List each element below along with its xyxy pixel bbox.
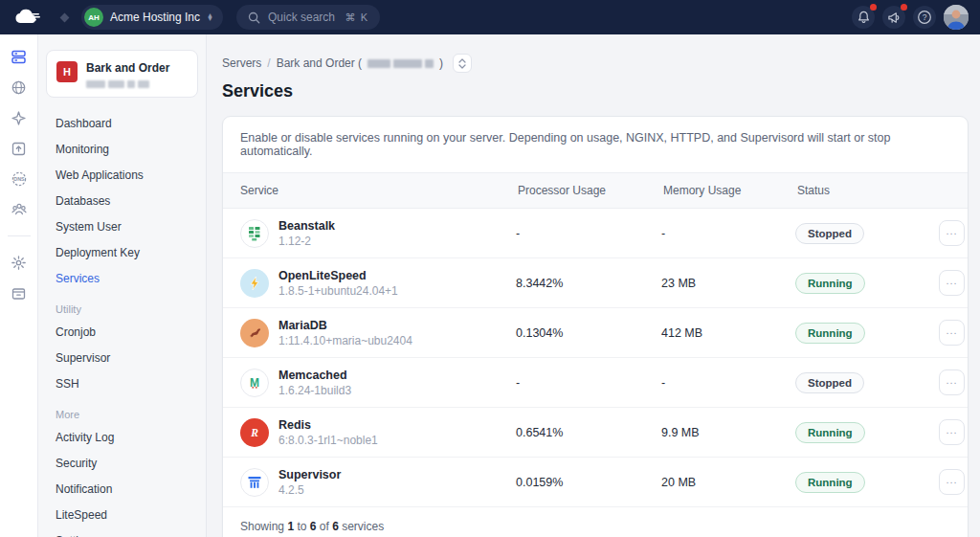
- footer-to: 6: [310, 520, 317, 533]
- col-service: Service: [238, 184, 516, 197]
- rail-servers-icon[interactable]: [11, 48, 28, 65]
- rail-divider: [8, 235, 31, 236]
- footer-from: 1: [287, 520, 294, 533]
- status-badge: Running: [795, 273, 865, 294]
- sidebar-item-cronjob[interactable]: Cronjob: [46, 320, 198, 345]
- rail-archive-icon[interactable]: [11, 284, 28, 302]
- rail-team-icon[interactable]: [11, 201, 28, 218]
- sidebar-item-settings[interactable]: Settings: [46, 528, 198, 537]
- table-row: MariaDB 1:11.4.10+maria~ubu24040.1304%41…: [223, 308, 968, 358]
- announcement-dot: [901, 4, 907, 11]
- service-name: Redis: [278, 418, 378, 432]
- server-switcher-button[interactable]: [453, 54, 472, 73]
- supervisor-icon: [240, 468, 269, 497]
- status-badge: Stopped: [795, 372, 864, 393]
- rail-spark-icon[interactable]: [11, 109, 28, 126]
- processor-usage: 0.0159%: [516, 476, 661, 489]
- sidebar-item-ssh[interactable]: SSH: [46, 371, 198, 396]
- service-version: 6:8.0.3-1rl1~noble1: [278, 434, 378, 447]
- sidebar-item-supervisor[interactable]: Supervisor: [46, 346, 198, 370]
- app-shell: DNS H Bark and Order DashboardMonitoring…: [0, 34, 980, 537]
- footer-text: Showing: [240, 520, 284, 533]
- breadcrumb-separator: /: [267, 56, 270, 70]
- service-cell: M Memcached 1.6.24-1build3: [238, 369, 516, 397]
- breadcrumb-servers[interactable]: Servers: [222, 56, 261, 70]
- sidebar-item-notification[interactable]: Notification: [46, 477, 198, 502]
- row-actions-button[interactable]: ...: [939, 469, 965, 495]
- status-badge: Stopped: [795, 223, 864, 244]
- icon-rail: DNS: [0, 34, 38, 537]
- sidebar-item-monitoring[interactable]: Monitoring: [46, 137, 198, 162]
- sidebar: H Bark and Order DashboardMonitoringWeb …: [38, 34, 207, 537]
- rail-dns-icon[interactable]: DNS: [11, 170, 28, 188]
- memcached-icon: M: [240, 369, 269, 397]
- status-badge: Running: [795, 422, 865, 443]
- server-ip-redacted: [86, 80, 169, 88]
- sidebar-item-databases[interactable]: Databases: [46, 189, 198, 213]
- memory-usage: 20 MB: [661, 476, 795, 489]
- breadcrumb-current[interactable]: Bark and Order (: [277, 56, 362, 70]
- server-card[interactable]: H Bark and Order: [46, 50, 198, 98]
- row-actions-button[interactable]: ...: [939, 270, 965, 296]
- org-switcher[interactable]: AH Acme Hosting Inc ▲▼: [81, 5, 223, 30]
- memory-usage: 9.9 MB: [661, 426, 795, 439]
- service-cell: Supervisor 4.2.5: [238, 468, 516, 497]
- table-row: RRedis 6:8.0.3-1rl1~noble10.6541%9.9 MBR…: [223, 408, 968, 458]
- sidebar-item-web-applications[interactable]: Web Applications: [46, 163, 198, 188]
- table-header: Service Processor Usage Memory Usage Sta…: [223, 173, 968, 209]
- table-body: Beanstalk 1.12-2--Stopped... OpenLiteSpe…: [223, 209, 968, 507]
- service-name: OpenLiteSpeed: [278, 269, 398, 282]
- quick-search-input[interactable]: Quick search ⌘ K: [236, 5, 380, 30]
- table-row: Supervisor 4.2.50.0159%20 MBRunning...: [223, 458, 968, 507]
- service-version: 1.8.5-1+ubuntu24.04+1: [278, 284, 398, 298]
- sidebar-item-deployment-key[interactable]: Deployment Key: [46, 240, 198, 265]
- processor-usage: 0.6541%: [516, 426, 661, 439]
- row-actions-button[interactable]: ...: [939, 419, 965, 445]
- openlitespeed-icon: [240, 269, 269, 298]
- service-version: 1:11.4.10+maria~ubu2404: [278, 334, 412, 347]
- memory-usage: 412 MB: [661, 326, 795, 340]
- nav-section-more: More: [46, 397, 198, 425]
- col-processor: Processor Usage: [516, 184, 661, 197]
- row-actions-button[interactable]: ...: [939, 320, 965, 346]
- service-version: 1.6.24-1build3: [278, 384, 351, 397]
- redis-icon: R: [240, 418, 269, 447]
- breadcrumb: Servers / Bark and Order ( ): [222, 54, 969, 73]
- user-avatar[interactable]: [944, 5, 969, 30]
- rail-web-icon[interactable]: [11, 78, 28, 96]
- cloud-logo-icon[interactable]: [11, 7, 44, 28]
- sidebar-item-system-user[interactable]: System User: [46, 214, 198, 239]
- rail-settings-icon[interactable]: [11, 254, 28, 271]
- sidebar-item-security[interactable]: Security: [46, 451, 198, 476]
- sidebar-item-litespeed[interactable]: LiteSpeed: [46, 503, 198, 527]
- service-cell: RRedis 6:8.0.3-1rl1~noble1: [238, 418, 516, 447]
- beanstalk-icon: [240, 219, 269, 248]
- announcements-button[interactable]: [882, 6, 905, 29]
- service-version: 4.2.5: [278, 483, 341, 497]
- help-icon: ?: [917, 10, 932, 25]
- bell-icon: [858, 11, 870, 24]
- row-actions-button[interactable]: ...: [939, 369, 965, 395]
- breadcrumb-ip-redacted: [368, 59, 434, 68]
- diamond-separator-icon: [60, 12, 70, 22]
- search-icon: [248, 11, 260, 24]
- service-name: Memcached: [278, 369, 351, 382]
- service-name: Beanstalk: [278, 219, 335, 233]
- mariadb-icon: [240, 319, 269, 347]
- rail-deploy-icon[interactable]: [11, 140, 28, 157]
- org-name: Acme Hosting Inc: [110, 11, 200, 24]
- footer-total: 6: [332, 520, 339, 533]
- notifications-button[interactable]: [852, 6, 875, 29]
- sidebar-item-activity-log[interactable]: Activity Log: [46, 425, 198, 450]
- svg-text:M: M: [250, 375, 259, 389]
- status-badge: Running: [795, 323, 865, 344]
- page-title: Services: [222, 81, 969, 101]
- service-name: MariaDB: [278, 319, 412, 332]
- row-actions-button[interactable]: ...: [939, 220, 965, 246]
- help-button[interactable]: ?: [913, 6, 936, 29]
- sidebar-item-services[interactable]: Services: [46, 266, 198, 291]
- service-version: 1.12-2: [278, 235, 335, 248]
- server-name: Bark and Order: [86, 59, 169, 75]
- processor-usage: -: [516, 227, 661, 240]
- sidebar-item-dashboard[interactable]: Dashboard: [46, 111, 198, 136]
